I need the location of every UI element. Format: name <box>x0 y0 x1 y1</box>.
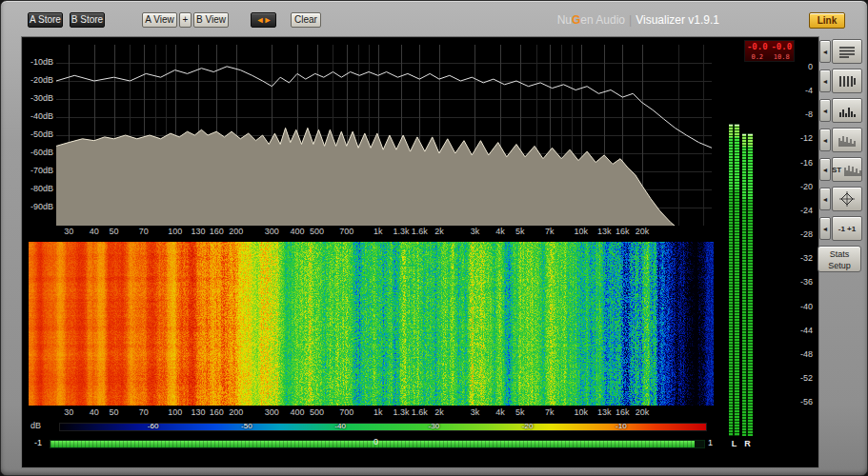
correlation-min-label: -1 <box>34 438 42 447</box>
brand-text: NuGen Audio|Visualizer v1.9.1 <box>401 13 719 27</box>
correlation-meter-button[interactable]: -1 +1 <box>832 216 862 241</box>
db-axis-label: -90dB <box>25 202 53 211</box>
stereo-spectrum-label: ST <box>832 166 841 174</box>
comb-icon <box>838 133 857 148</box>
a-view-button[interactable]: A View <box>142 12 177 28</box>
db-axis-label: -70dB <box>25 166 53 175</box>
freq-tick-label: 7k <box>538 227 561 236</box>
colorbar-tick-label: -30 <box>425 422 442 430</box>
freq-tick-label: 2k <box>428 227 451 236</box>
meter-scale-label: -52 <box>778 373 813 383</box>
db-axis-label: -30dB <box>25 93 53 103</box>
colorbar-db-label: dB <box>30 421 41 430</box>
meter-scale-label: -44 <box>778 326 813 335</box>
ab-view-link-button[interactable]: + <box>179 12 192 28</box>
freq-tick-label: 3k <box>463 407 486 417</box>
link-button[interactable]: Link <box>809 12 845 29</box>
freq-tick-label: 500 <box>306 407 329 417</box>
b-view-button[interactable]: B View <box>193 12 229 28</box>
meter-scale-label: -48 <box>778 349 813 359</box>
stereo-spectrum-button[interactable]: ST <box>832 157 862 182</box>
freq-tick-label: 10k <box>570 227 593 236</box>
meter-scale-label: -36 <box>778 277 813 287</box>
vbars-icon <box>838 74 857 89</box>
freq-tick-label: 50 <box>103 407 126 417</box>
freq-tick-label: 700 <box>335 407 358 417</box>
freq-tick-label: 10k <box>570 407 593 417</box>
correlation-meter-fill <box>50 441 695 447</box>
meter-scale-label: -12 <box>778 133 813 143</box>
meter-scale-label: -56 <box>778 397 813 407</box>
meter-left-label: L <box>729 439 739 448</box>
freq-tick-label: 20k <box>631 407 654 417</box>
clear-button[interactable]: Clear <box>291 12 321 28</box>
routing-button[interactable] <box>832 39 862 64</box>
correlation-meter-label: -1 +1 <box>838 225 856 233</box>
freq-tick-label: 200 <box>225 227 248 236</box>
vectorscope-collapse-arrow[interactable]: ◄ <box>819 188 831 210</box>
freq-tick-label: 2k <box>428 407 451 417</box>
colorbar-tick-label: -10 <box>613 422 630 430</box>
vectorscope-button[interactable] <box>832 187 862 211</box>
freq-tick-label: 1k <box>367 407 390 417</box>
spectrum-button[interactable] <box>832 128 862 152</box>
meter-scale-label: -8 <box>778 109 813 119</box>
product-version: Visualizer v1.9.1 <box>636 13 719 27</box>
visualizer-window: A Store B Store A View + B View ◄► Clear… <box>0 0 868 476</box>
smallbars-icon <box>838 104 857 118</box>
freq-tick-label: 700 <box>335 227 358 236</box>
freq-tick-label: 5k <box>509 227 532 236</box>
db-axis-label: -10dB <box>25 57 53 67</box>
a-store-button[interactable]: A Store <box>28 12 63 28</box>
freq-tick-label: 300 <box>260 227 283 236</box>
colorbar-tick-label: -50 <box>238 422 255 430</box>
meter-scale-label: -16 <box>778 158 813 168</box>
colorbar-tick-label: -20 <box>519 422 536 430</box>
level-meter-left <box>729 124 739 436</box>
peak-level-readout: -0.0 -0.0 0.2 10.8 <box>744 40 795 62</box>
spectrogram-button[interactable] <box>832 69 862 93</box>
freq-tick-label: 30 <box>57 227 80 236</box>
freq-tick-label: 5k <box>509 407 532 417</box>
correlation-meter-collapse-arrow[interactable]: ◄ <box>819 217 831 240</box>
brand-nu: Nu <box>557 13 572 27</box>
spectrum-collapse-arrow[interactable]: ◄ <box>819 129 831 151</box>
meter-scale-label: -20 <box>778 182 813 191</box>
brand-separator: | <box>625 13 636 27</box>
histogram-collapse-arrow[interactable]: ◄ <box>819 99 831 122</box>
db-axis-label: -50dB <box>25 129 53 139</box>
freq-tick-label: 1k <box>367 227 390 236</box>
spectrogram-collapse-arrow[interactable]: ◄ <box>819 69 831 92</box>
db-axis-label: -60dB <box>25 148 53 157</box>
db-axis-label: -80dB <box>25 184 53 193</box>
histogram-button[interactable] <box>832 98 862 123</box>
routing-collapse-arrow[interactable]: ◄ <box>819 40 831 63</box>
db-axis-label: -20dB <box>25 75 53 85</box>
stats-setup-line1: Stats <box>830 249 850 259</box>
freq-tick-label: 30 <box>57 407 80 417</box>
meter-scale-label: -32 <box>778 253 813 263</box>
freq-tick-label: 50 <box>103 227 126 236</box>
stereo-spectrum-collapse-arrow[interactable]: ◄ <box>819 158 831 181</box>
level-meter-right <box>742 133 753 436</box>
correlation-zero-label: 0 <box>373 437 378 446</box>
comb-icon <box>843 163 862 177</box>
stats-setup-button[interactable]: StatsSetup <box>818 246 861 272</box>
colorbar-tick-label: -40 <box>332 422 349 430</box>
display-panel: 304050701001301602003004005007001k1.3k1.… <box>22 37 818 467</box>
meter-scale-label: -28 <box>778 229 813 239</box>
brand-g: G <box>572 13 580 27</box>
swap-ab-button[interactable]: ◄► <box>251 12 276 28</box>
b-store-button[interactable]: B Store <box>70 12 105 28</box>
spectrum-frequency-axis: 304050701001301602003004005007001k1.3k1.… <box>23 227 818 238</box>
db-axis-label: -40dB <box>25 111 53 121</box>
meter-scale-label: -4 <box>778 86 813 95</box>
meter-right-label: R <box>742 439 753 448</box>
freq-tick-label: 3k <box>463 227 486 236</box>
correlation-max-label: 1 <box>708 438 713 447</box>
meter-scale-label: -24 <box>778 206 813 215</box>
sub-readout-right: 10.8 <box>770 53 795 61</box>
stats-setup-line2: Setup <box>828 261 851 270</box>
sub-readout-left: 0.2 <box>745 53 770 61</box>
spectrum-analyzer-display <box>56 45 712 226</box>
